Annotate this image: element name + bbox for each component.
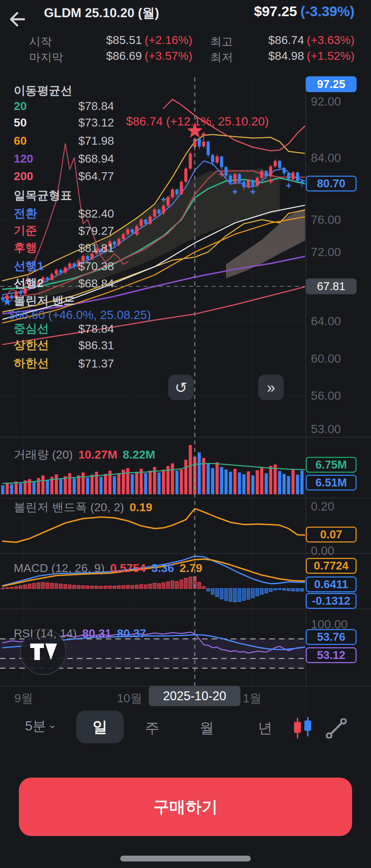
legend-item-value: $64.77 [78, 169, 114, 183]
legend-item-value: $81.81 [78, 241, 114, 255]
price-axis-tick: 60.00 [311, 352, 341, 365]
legend-item-value: $71.37 [78, 357, 114, 370]
price-axis-tick: 84.00 [311, 151, 341, 165]
volume-value-1: 10.27M [78, 448, 117, 461]
volume-title: 거래량 (20) [14, 447, 73, 463]
bbw-badge: 0.07 [306, 527, 357, 542]
chart-style-button[interactable] [293, 717, 314, 739]
legend-item: 200$64.77 [14, 169, 114, 183]
macd-hist-badge: -0.1312 [306, 593, 357, 609]
legend-item: 선행2$68.84 [14, 275, 114, 291]
legend-item-label: 중심선 [14, 321, 49, 337]
trendline-icon [326, 718, 347, 738]
legend-item-label: 전환 [14, 206, 37, 221]
peak-annotation: $86.74 (+12.1%, 25.10.20) [126, 114, 269, 128]
legend-item-value: $82.40 [78, 207, 114, 220]
buy-button[interactable]: 구매하기 [19, 778, 352, 836]
minute-dropdown-label: 5분 [25, 717, 46, 735]
legend-item-value: $73.12 [78, 116, 114, 129]
price-axis-tick: 56.00 [311, 389, 341, 403]
minute-dropdown[interactable]: 5분 ⌄ [25, 717, 57, 735]
macd-line-badge: 0.6411 [306, 576, 357, 592]
legend-item: 60$71.98 [14, 134, 114, 147]
legend-item-label: 120 [14, 152, 33, 165]
volume-value-2: 8.22M [123, 448, 155, 461]
macd-value-1: 0.5754 [110, 561, 146, 575]
price-axis-tick: 76.00 [311, 213, 341, 227]
tab-month[interactable]: 월 [200, 718, 214, 738]
bbw-pane-title: 볼린저 밴드폭 (20, 2) 0.19 [14, 499, 152, 515]
rsi-pane-title: RSI (14, 14) 80.31 80.37 [14, 627, 146, 640]
rsi-line-badge: 53.12 [306, 647, 357, 663]
tab-day[interactable]: 일 [76, 711, 124, 743]
go-to-latest-button[interactable]: » [258, 375, 284, 400]
legend-item: 후행$81.81 [14, 240, 114, 256]
low-annotation: $66.60 (+46.0%, 25.08.25) [8, 308, 151, 322]
legend-item-value: $68.94 [78, 152, 114, 165]
last-price-badge: 80.70 [306, 176, 357, 191]
legend-item-label: 20 [14, 99, 27, 113]
rsi-signal-badge: 53.76 [306, 629, 357, 645]
legend-item-label: 후행 [14, 240, 37, 256]
bbw-tick-top: 0.20 [311, 499, 334, 513]
legend-item: 중심선$78.84 [14, 321, 114, 337]
ichimoku-legend-title: 일목균형표 [14, 188, 72, 204]
home-indicator[interactable] [120, 856, 251, 861]
legend-item-label: 선행1 [14, 258, 44, 274]
bbw-title: 볼린저 밴드폭 (20, 2) [14, 499, 124, 515]
legend-item: 하한선$71.37 [14, 355, 114, 371]
fast-forward-icon: » [267, 379, 275, 396]
legend-item-value: $78.84 [78, 322, 114, 336]
macd-value-2: 3.36 [151, 561, 174, 575]
buy-button-label: 구매하기 [153, 796, 218, 818]
legend-item: 전환$82.40 [14, 206, 114, 221]
date-axis-label: 9월 [14, 690, 33, 706]
legend-item: 50$73.12 [14, 116, 114, 129]
chevron-down-icon: ⌄ [48, 718, 57, 730]
macd-title: MACD (12, 26, 9) [14, 561, 105, 575]
legend-item-value: $68.84 [78, 277, 114, 290]
candlestick-icon [293, 717, 314, 739]
legend-item-label: 기준 [14, 223, 37, 239]
macd-pane-title: MACD (12, 26, 9) 0.5754 3.36 2.79 [14, 561, 202, 575]
price-axis-tick: 53.00 [311, 422, 341, 436]
legend-item-label: 200 [14, 169, 33, 183]
macd-value-3: 2.79 [180, 561, 202, 575]
ma-legend-title: 이동평균선 [14, 83, 72, 99]
legend-item: 20$78.84 [14, 99, 114, 113]
date-crosshair-text: 2025-10-20 [163, 689, 226, 703]
legend-item-label: 60 [14, 134, 27, 147]
ref-price-badge: 67.81 [306, 278, 357, 294]
bbw-tick-bottom: 0.00 [311, 544, 334, 558]
date-crosshair-badge: 2025-10-20 [149, 686, 240, 706]
legend-item: 선행1$70.38 [14, 258, 114, 274]
date-axis-label: 1월 [243, 690, 261, 706]
legend-item-value: $71.98 [78, 134, 114, 147]
legend-item-label: 하한선 [14, 355, 49, 371]
rsi-title: RSI (14, 14) [14, 627, 77, 640]
tab-year[interactable]: 년 [258, 718, 272, 738]
macd-signal-badge: 0.7724 [306, 558, 357, 574]
legend-item-label: 상한선 [14, 337, 49, 353]
legend-item: 120$68.94 [14, 152, 114, 165]
rsi-value-2: 80.37 [117, 627, 146, 640]
legend-item-value: $70.38 [78, 260, 114, 273]
rsi-value-1: 80.31 [82, 627, 111, 640]
reset-icon: ↺ [175, 379, 188, 396]
legend-item-value: $78.84 [78, 99, 114, 113]
tab-week[interactable]: 주 [145, 718, 159, 738]
volume-pane-title: 거래량 (20) 10.27M 8.22M [14, 447, 155, 463]
volume-ma-badge: 6.75M [306, 457, 357, 473]
current-price-badge: 97.25 [306, 76, 357, 92]
legend-item-value: $86.31 [78, 339, 114, 352]
price-axis-tick: 92.00 [311, 95, 341, 108]
trading-app-screen: GLDM 25.10.20 (월) $97.25 (-3.39%) 시작 $85… [0, 0, 371, 868]
bb-legend-title: 볼린저 밴드 [14, 293, 75, 309]
drawing-tool-button[interactable] [326, 718, 347, 738]
date-axis-label: 10월 [117, 690, 142, 706]
legend-item: 상한선$86.31 [14, 337, 114, 353]
tab-day-label: 일 [93, 717, 108, 737]
legend-item-label: 50 [14, 116, 27, 129]
price-axis-tick: 64.00 [311, 314, 341, 328]
reset-chart-button[interactable]: ↺ [168, 375, 194, 400]
